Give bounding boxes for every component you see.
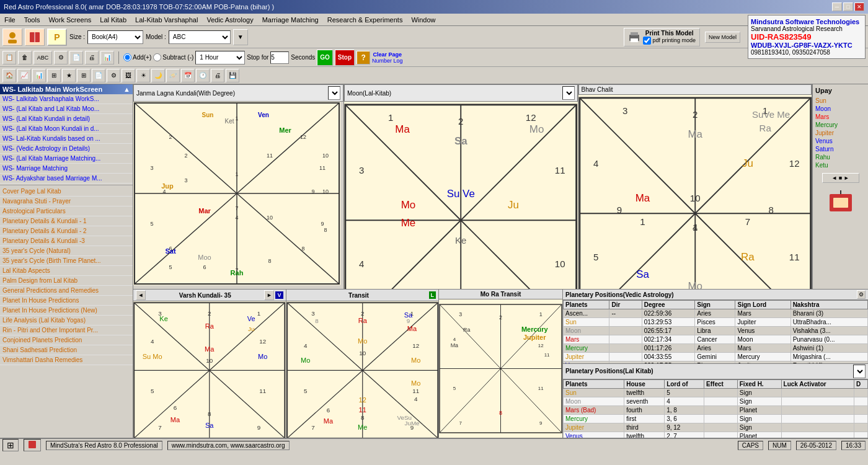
minimize-button[interactable]: ─ [832, 2, 842, 11]
sidebar-item-moon-kundali[interactable]: WS- (Lal Kitab Moon Kundali in d... [0, 124, 133, 134]
menu-research[interactable]: Research & Experiments [326, 16, 405, 24]
sidebar-item-vedic[interactable]: WS- (Vedic Astrology in Details) [0, 144, 133, 154]
menu-window[interactable]: Window [409, 16, 437, 24]
icon-btn-7[interactable]: 📊 [100, 51, 114, 64]
icon-btn-profile[interactable] [2, 29, 22, 46]
icon-btn-p[interactable]: P [47, 29, 67, 46]
svg-text:3: 3 [359, 165, 364, 175]
sidebar-item-planetary2[interactable]: Planetary Details & Kundali - 2 [0, 226, 133, 236]
janma-chart-select[interactable]: ▼ [328, 86, 340, 100]
model-select[interactable]: ABC [169, 30, 231, 44]
sidebar-item-planet-house[interactable]: Planet In House Predictions [0, 296, 133, 306]
sidebar-item-adyakshar[interactable]: WS- Adyakshar based Marriage M... [0, 174, 133, 184]
question-icon[interactable]: ? [356, 51, 370, 64]
menu-tools[interactable]: Tools [22, 16, 42, 24]
icon-btn-2[interactable]: 🗑 [18, 51, 32, 64]
vedic-settings-icon[interactable]: ⚙ [857, 290, 866, 299]
sidebar-item-life-analysis[interactable]: Life Analysis (Lal Kitab Yogas) [0, 316, 133, 326]
icon-sun[interactable]: ☀ [136, 69, 150, 82]
upay-scroll-left[interactable]: ◄ ■ ► [822, 173, 859, 183]
sidebar-item-planetary1[interactable]: Planetary Details & Kundali - 1 [0, 216, 133, 226]
remedies-icon[interactable] [815, 189, 866, 215]
sidebar-item-lk-moo[interactable]: WS- (Lal Kitab and Lal Kitab Moo... [0, 104, 133, 114]
close-button[interactable]: ✕ [854, 2, 864, 11]
icon-chart1[interactable]: 📈 [17, 69, 31, 82]
menu-work-screens[interactable]: Work Screens [46, 16, 93, 24]
sidebar-item-lk-kundalis[interactable]: WS- Lal-Kitab Kundalis based on ... [0, 134, 133, 144]
new-model-button[interactable]: New Model [705, 32, 740, 43]
icon-home[interactable]: 🏠 [2, 69, 16, 82]
sidebar-item-vimshattari[interactable]: Vimshattari Dasha Remedies [0, 355, 133, 365]
go-button[interactable]: GO [317, 50, 333, 66]
lk-planetary-panel: Planetary Positions(Lal Kitab) ▼ Planets… [563, 364, 868, 438]
sidebar-item-aspects[interactable]: Lal Kitab Aspects [0, 266, 133, 276]
sidebar-item-shani[interactable]: Shani Sadhesati Prediction [0, 345, 133, 355]
sidebar-item-35cycle[interactable]: 35 year's Cycle (Natural) [0, 246, 133, 256]
print-button[interactable]: Print This Model pdf printing mode [624, 28, 700, 46]
icon-btn-4[interactable]: ⚙ [54, 51, 68, 64]
menu-marriage-matching[interactable]: Marriage Matching [260, 16, 321, 24]
sidebar-item-particulars[interactable]: Astrological Particulars [0, 206, 133, 216]
icon-moon[interactable]: 🌙 [151, 69, 165, 82]
hour-select[interactable]: 1 Hour [195, 51, 245, 64]
lk-panel-select[interactable]: ▼ [853, 365, 866, 378]
icon-btn-5[interactable]: 📄 [69, 51, 83, 64]
icon-gear[interactable]: ⚙ [107, 69, 120, 82]
cell-fixed: Sign [737, 397, 781, 405]
icon-chart2[interactable]: 📊 [32, 69, 46, 82]
subtract-radio[interactable] [153, 53, 161, 61]
cell-sign: Pisces [695, 318, 735, 327]
stop-button[interactable]: Stop [335, 50, 355, 66]
sidebar-item-marriage[interactable]: WS- (Lal Kitab Marriage Matching... [0, 154, 133, 164]
sidebar-item-lk-detail[interactable]: WS- (Lal Kitab Kundali in detail) [0, 114, 133, 124]
icon-btn-3[interactable]: ABC [33, 51, 52, 64]
model-expand-btn[interactable]: ▼ [233, 29, 248, 45]
svg-text:8: 8 [768, 205, 773, 215]
menu-lal-kitab[interactable]: Lal Kitab [98, 16, 128, 24]
clear-number-btns[interactable]: Clear Page Number Log [372, 51, 403, 64]
sidebar-item-marriage-matching[interactable]: WS- Marriage Matching [0, 164, 133, 174]
moon-chart-select[interactable]: ▼ [562, 86, 575, 100]
sidebar-item-planet-house-new[interactable]: Planet In House Predictions (New) [0, 306, 133, 316]
icon-planet[interactable]: 🪐 [166, 69, 180, 82]
add-radio[interactable] [123, 53, 131, 61]
icon-table[interactable]: ⊞ [47, 69, 61, 82]
sidebar-item-rin-pitri[interactable]: Rin - Pitri and Other Important Pr... [0, 326, 133, 335]
varsh-prev-btn[interactable]: ◄ [136, 290, 146, 300]
menu-vedic-astrology[interactable]: Vedic Astrology [205, 16, 255, 24]
sidebar-item-palm[interactable]: Palm Design from Lal Kitab [0, 276, 133, 286]
icon-save[interactable]: 💾 [226, 69, 239, 82]
sidebar-item-35cycle-birth[interactable]: 35 year's Cycle (Birth Time Planet... [0, 256, 133, 266]
maximize-button[interactable]: □ [843, 2, 853, 11]
seconds-input[interactable] [270, 51, 289, 64]
app-icon-taskbar[interactable] [24, 439, 41, 451]
pdf-checkbox[interactable] [643, 37, 651, 45]
model-label: Model : [146, 33, 166, 40]
icon-print[interactable]: 🖨 [211, 69, 224, 82]
sidebar-item-conjoined[interactable]: Conjoined Planets Prediction [0, 335, 133, 345]
mo-ra-chart: Mercury Jupiter Ra 2 3 1 Ma 4 12 11 [439, 299, 562, 438]
number-log-btn[interactable]: Number Log [372, 58, 403, 64]
sidebar-item-varshaphala[interactable]: WS- Lalkitab Varshaphala WorkS... [0, 94, 133, 104]
icon-btn-6[interactable]: 🖨 [85, 51, 99, 64]
icon-clock[interactable]: 🕐 [196, 69, 210, 82]
menu-file[interactable]: File [2, 16, 17, 24]
sidebar-item-prayer[interactable]: Navagraha Stuti - Prayer [0, 197, 133, 206]
clear-page-btn[interactable]: Clear Page [372, 51, 403, 58]
icon-star[interactable]: ★ [62, 69, 76, 82]
icon-image[interactable]: 🖼 [122, 69, 135, 82]
icon-btn-1[interactable]: 📋 [2, 51, 16, 64]
menu-lal-kitab-varshaphal[interactable]: Lal-Kitab Varshaphal [133, 16, 200, 24]
sidebar-item-planetary3[interactable]: Planetary Details & Kundali -3 [0, 236, 133, 246]
sidebar-collapse[interactable]: ▲ [123, 86, 130, 93]
transit-l-label: L [429, 291, 436, 299]
sidebar-item-general-pred[interactable]: General Predictions and Remedies [0, 286, 133, 296]
start-btn[interactable]: ⊞ [2, 439, 19, 451]
icon-grid[interactable]: ⊞ [77, 69, 91, 82]
icon-btn-book[interactable] [25, 29, 45, 46]
icon-doc[interactable]: 📄 [92, 69, 105, 82]
varsh-next-btn[interactable]: ► [264, 290, 274, 300]
sidebar-item-cover[interactable]: Cover Page Lal Kitab [0, 187, 133, 197]
size-select[interactable]: Book(A4) [87, 30, 143, 44]
icon-calendar[interactable]: 📅 [181, 69, 195, 82]
